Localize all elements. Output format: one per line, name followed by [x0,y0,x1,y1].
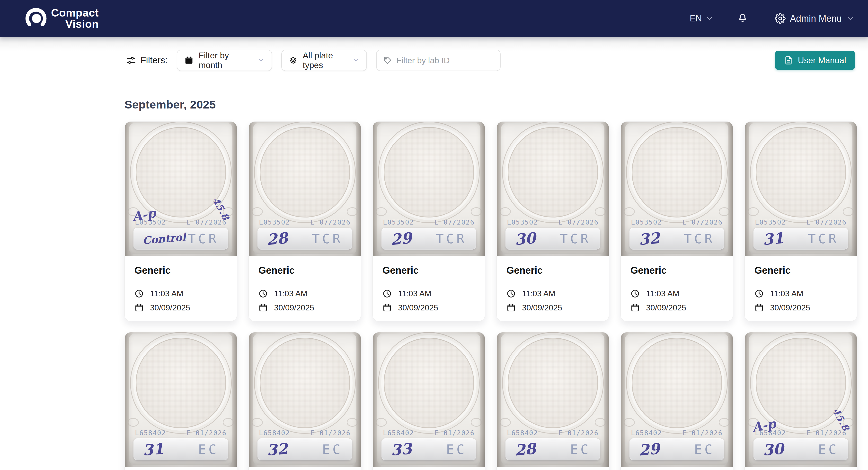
layers-icon [289,56,297,65]
capture-time-row: 11:03 AM [754,289,847,298]
plate-growth-area [136,337,226,428]
plate-photo: L658402 E 01/2026 32 EC [249,332,361,467]
divider [506,282,599,282]
card-body: Generic [249,467,361,470]
plate-growth-area [384,127,474,217]
clock-icon [754,289,764,298]
plate-photo: A-p 45.8 L658402 E 01/2026 30 EC [745,332,857,467]
card-title: Generic [630,265,723,276]
expiry-code: E 07/2026 [311,218,351,226]
plate-type-code: EC [446,442,467,457]
capture-date: 30/09/2025 [646,303,686,312]
brand-name: Compact Vision [51,7,99,30]
plate-print-row: L658402 E 01/2026 [259,429,351,437]
card-body: Generic 11:03 AM 30/09/2025 [249,256,361,321]
plate-label-strip: 28 EC [505,438,600,460]
filters-label: Filters: [126,55,167,65]
mold-mark [471,418,482,427]
plate-label-strip: 29 TCR [381,228,476,249]
lab-id-input[interactable] [397,56,494,65]
plate-card[interactable]: L658402 E 01/2026 32 EC Generic [248,332,361,470]
handwritten-sample-id: 31 [142,440,164,459]
card-body: Generic [745,467,857,470]
plate-card[interactable]: L053502 E 07/2026 28 TCR Generic 11:03 A… [248,121,361,321]
calendar-icon [134,303,144,312]
admin-menu[interactable]: Admin Menu [775,13,855,24]
plate-card[interactable]: A-p 45.8 L658402 E 01/2026 30 EC Generic [744,332,857,470]
plate-photo: L053502 E 07/2026 28 TCR [249,122,361,256]
filter-by-month-dropdown[interactable]: Filter by month [177,50,272,71]
lot-number: L658402 [259,429,290,437]
plate-photo: L053502 E 07/2026 30 TCR [497,122,609,256]
capture-date: 30/09/2025 [274,303,314,312]
capture-date-row: 30/09/2025 [134,303,227,312]
plate-card[interactable]: L053502 E 07/2026 29 TCR Generic 11:03 A… [372,121,485,321]
plate-photo: L658402 E 01/2026 29 EC [621,332,733,467]
handwritten-sample-id: 30 [762,440,784,459]
filter-bar: Filters: Filter by month All plate types [0,37,868,84]
bell-icon[interactable] [737,13,748,24]
card-body: Generic 11:03 AM 30/09/2025 [373,256,485,321]
plate-card[interactable]: L658402 E 01/2026 33 EC Generic [372,332,485,470]
capture-date-row: 30/09/2025 [754,303,847,312]
plate-growth-area [632,337,722,428]
plate-type-value: All plate types [303,51,348,70]
card-body: Generic [125,467,237,470]
plate-photo: L053502 E 07/2026 29 TCR [373,122,485,256]
clock-icon [382,289,392,298]
capture-time: 11:03 AM [274,289,307,298]
chevron-down-icon [353,57,359,64]
plate-label-strip: 33 EC [381,438,476,460]
mold-mark [500,418,511,427]
plate-type-dropdown[interactable]: All plate types [281,50,367,71]
card-body: Generic [497,467,609,470]
capture-date-row: 30/09/2025 [506,303,599,312]
lot-number: L658402 [383,429,414,437]
mold-mark [347,418,358,427]
mold-mark [748,207,759,216]
mold-mark [595,418,606,427]
plate-card[interactable]: L053502 E 07/2026 31 TCR Generic 11:03 A… [744,121,857,321]
capture-date-row: 30/09/2025 [258,303,351,312]
brand-mark-icon [23,6,49,31]
document-icon [784,56,793,65]
plate-type-code: TCR [188,231,219,246]
plate-print-row: L053502 E 07/2026 [507,218,599,226]
divider [258,282,351,282]
calendar-icon [506,303,516,312]
plate-card[interactable]: A-p 45.8 L053502 E 07/2026 Control TCR G… [124,121,237,321]
plate-print-row: L658402 E 01/2026 [383,429,475,437]
plate-card[interactable]: L658402 E 01/2026 28 EC Generic [496,332,609,470]
card-title: Generic [134,265,227,276]
handwritten-sample-id: 31 [762,229,784,248]
gear-icon [775,13,785,24]
capture-time-row: 11:03 AM [630,289,723,298]
plate-print-row: L658402 E 01/2026 [135,429,227,437]
lot-number: L658402 [135,429,166,437]
plate-card[interactable]: L658402 E 01/2026 31 EC Generic [124,332,237,470]
clock-icon [630,289,640,298]
clock-icon [506,289,516,298]
card-title: Generic [382,265,475,276]
plate-photo: L658402 E 01/2026 33 EC [373,332,485,467]
month-dropdown-value: Filter by month [199,51,252,70]
user-manual-button[interactable]: User Manual [775,51,855,70]
plate-card[interactable]: L658402 E 01/2026 29 EC Generic [620,332,733,470]
expiry-code: E 01/2026 [559,429,599,437]
sliders-icon [126,55,136,65]
capture-time: 11:03 AM [522,289,555,298]
divider [134,282,227,282]
language-selector[interactable]: EN [690,13,714,24]
clock-icon [258,289,268,298]
plate-label-strip: 30 TCR [505,228,600,249]
card-title: Generic [754,265,847,276]
plate-photo: L053502 E 07/2026 31 TCR [745,122,857,256]
handwritten-sample-id: 28 [514,440,536,459]
mold-mark [719,207,730,216]
plate-card[interactable]: L053502 E 07/2026 30 TCR Generic 11:03 A… [496,121,609,321]
mold-mark [500,207,511,216]
plate-photo: L658402 E 01/2026 31 EC [125,332,237,467]
plate-card[interactable]: L053502 E 07/2026 32 TCR Generic 11:03 A… [620,121,733,321]
capture-time: 11:03 AM [398,289,431,298]
plate-label-strip: Control TCR [133,228,228,249]
